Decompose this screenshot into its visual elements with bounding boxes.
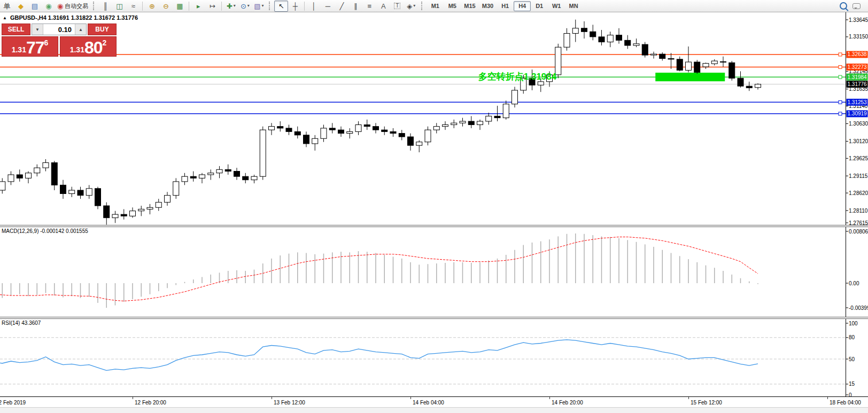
macd-bar bbox=[289, 254, 290, 283]
macd-bar bbox=[671, 253, 672, 283]
trendline-icon[interactable]: ╱ bbox=[335, 1, 348, 12]
sell-price[interactable]: 1.31776 bbox=[2, 36, 58, 57]
timeframe-button-h1[interactable]: H1 bbox=[497, 1, 514, 11]
line-handle[interactable] bbox=[839, 75, 842, 79]
autotrading-button[interactable]: ◉自动交易 bbox=[56, 1, 90, 12]
signals-icon[interactable]: ◉ bbox=[42, 1, 56, 12]
templates-icon[interactable]: ▧▾ bbox=[252, 1, 266, 12]
timeframe-button-m5[interactable]: M5 bbox=[444, 1, 461, 11]
toolbar-separator bbox=[304, 2, 305, 11]
text-label-icon: T bbox=[394, 3, 400, 9]
search-icon[interactable] bbox=[840, 2, 847, 10]
line-chart-icon: ≈ bbox=[131, 3, 135, 10]
zoom-in-icon[interactable]: ⊕ bbox=[145, 1, 159, 12]
buy-button[interactable]: BUY bbox=[88, 24, 117, 35]
arrows-icon[interactable]: ◈▾ bbox=[404, 1, 418, 12]
volume-input[interactable]: 0.10 bbox=[43, 24, 75, 35]
candle-body bbox=[95, 189, 101, 206]
new-order-icon[interactable]: ◆ bbox=[14, 1, 28, 12]
highlight-rectangle[interactable] bbox=[655, 73, 725, 81]
candle-body bbox=[572, 28, 578, 34]
timeframe-button-m30[interactable]: M30 bbox=[479, 1, 497, 11]
candle-body bbox=[294, 131, 300, 135]
chevron-down-icon[interactable]: ▾ bbox=[261, 4, 264, 8]
time-tick bbox=[410, 397, 411, 399]
bar-chart-icon: ║ bbox=[103, 3, 108, 10]
vertical-line-icon[interactable]: │ bbox=[307, 1, 321, 12]
channel-icon[interactable]: ∥ bbox=[348, 1, 362, 12]
macd-bar bbox=[575, 233, 576, 283]
new-order-partial-button[interactable]: 单 bbox=[0, 1, 14, 12]
time-axis[interactable]: 12 Feb 201912 Feb 20:0013 Feb 12:0014 Fe… bbox=[0, 397, 868, 407]
price-tick-label: 1.29115 bbox=[849, 173, 868, 179]
line-handle[interactable] bbox=[839, 100, 842, 104]
timeframe-button-mn[interactable]: MN bbox=[565, 1, 582, 11]
bar-chart-icon[interactable]: ║ bbox=[98, 1, 112, 12]
indicators-icon[interactable]: ✚▾ bbox=[224, 1, 238, 12]
sell-button[interactable]: SELL bbox=[2, 24, 30, 35]
candle-body bbox=[382, 130, 387, 131]
timeframe-button-m15[interactable]: M15 bbox=[461, 1, 478, 11]
line-handle[interactable] bbox=[839, 53, 842, 56]
candle-body bbox=[251, 176, 257, 180]
candle-body bbox=[364, 124, 370, 126]
line-chart-icon[interactable]: ≈ bbox=[126, 1, 140, 12]
timeframe-button-d1[interactable]: D1 bbox=[531, 1, 548, 11]
fibonacci-icon[interactable]: ≡ bbox=[362, 1, 376, 12]
volume-increase-button[interactable]: ▲ bbox=[75, 24, 86, 35]
chat-icon[interactable] bbox=[852, 3, 861, 9]
terminal-icon[interactable]: ▤ bbox=[28, 1, 42, 12]
horizontal-line-icon[interactable]: ─ bbox=[321, 1, 335, 12]
candle-body bbox=[729, 63, 735, 78]
tile-windows-icon[interactable]: ▦ bbox=[173, 1, 187, 12]
candle-body bbox=[112, 214, 118, 217]
buy-price[interactable]: 1.31802 bbox=[60, 36, 117, 57]
macd-pane[interactable]: 0.0080670.00-0.003995 MACD(12,26,9) -0.0… bbox=[0, 227, 868, 317]
timeframe-button-h4[interactable]: H4 bbox=[514, 1, 531, 11]
timeframe-button-m1[interactable]: M1 bbox=[427, 1, 444, 11]
cursor-icon[interactable]: ↖ bbox=[274, 1, 288, 12]
macd-bar bbox=[184, 282, 185, 283]
cursor-icon: ↖ bbox=[278, 3, 284, 10]
collapse-trade-panel-icon[interactable]: ▲ bbox=[3, 15, 7, 20]
crosshair-icon[interactable]: ┼ bbox=[288, 1, 302, 12]
macd-bar bbox=[636, 242, 637, 283]
macd-tick-label: -0.003995 bbox=[849, 305, 868, 311]
macd-bar bbox=[627, 240, 629, 283]
volume-decrease-button[interactable]: ▼ bbox=[32, 24, 43, 35]
candlestick-chart[interactable]: 多空转折点1.319841.336451.331501.321451.31635… bbox=[0, 12, 868, 225]
line-handle[interactable] bbox=[839, 112, 842, 115]
candle-body bbox=[486, 116, 492, 121]
auto-scroll-icon[interactable]: ↦ bbox=[205, 1, 219, 12]
macd-bar bbox=[54, 283, 55, 295]
annotation-text[interactable]: 多空转折点1.31984 bbox=[478, 71, 557, 82]
candle-body bbox=[173, 182, 179, 196]
macd-bar bbox=[506, 255, 507, 283]
periods-icon[interactable]: ⊙▾ bbox=[238, 1, 252, 12]
timeframe-button-w1[interactable]: W1 bbox=[548, 1, 565, 11]
macd-bar bbox=[11, 283, 12, 295]
chevron-down-icon[interactable]: ▾ bbox=[247, 4, 250, 8]
price-badge-label: 1.32638 bbox=[848, 51, 867, 57]
macd-bar bbox=[610, 237, 611, 283]
macd-bar bbox=[732, 275, 733, 283]
macd-bar bbox=[471, 263, 472, 283]
candle-body bbox=[599, 37, 604, 42]
main-chart-pane[interactable]: 多空转折点1.319841.336451.331501.321451.31635… bbox=[0, 12, 868, 225]
macd-bar bbox=[315, 254, 316, 283]
text-label-icon[interactable]: T bbox=[390, 1, 404, 12]
candle-body bbox=[616, 35, 622, 41]
candle-body bbox=[234, 172, 240, 177]
macd-bar bbox=[167, 283, 168, 288]
line-handle[interactable] bbox=[839, 66, 842, 69]
rsi-pane[interactable]: 1008050150 RSI(14) 43.3607 bbox=[0, 319, 868, 397]
candlestick-chart-icon[interactable]: ◫ bbox=[112, 1, 126, 12]
candle-body bbox=[156, 202, 161, 208]
zoom-in-icon: ⊕ bbox=[149, 3, 155, 10]
chevron-down-icon[interactable]: ▾ bbox=[413, 4, 415, 8]
text-icon[interactable]: A bbox=[376, 1, 390, 12]
chevron-down-icon[interactable]: ▾ bbox=[234, 4, 236, 8]
chart-shift-icon[interactable]: ▸ bbox=[191, 1, 205, 12]
zoom-out-icon[interactable]: ⊖ bbox=[159, 1, 173, 12]
time-axis-label: 15 Feb 12:00 bbox=[691, 400, 722, 406]
